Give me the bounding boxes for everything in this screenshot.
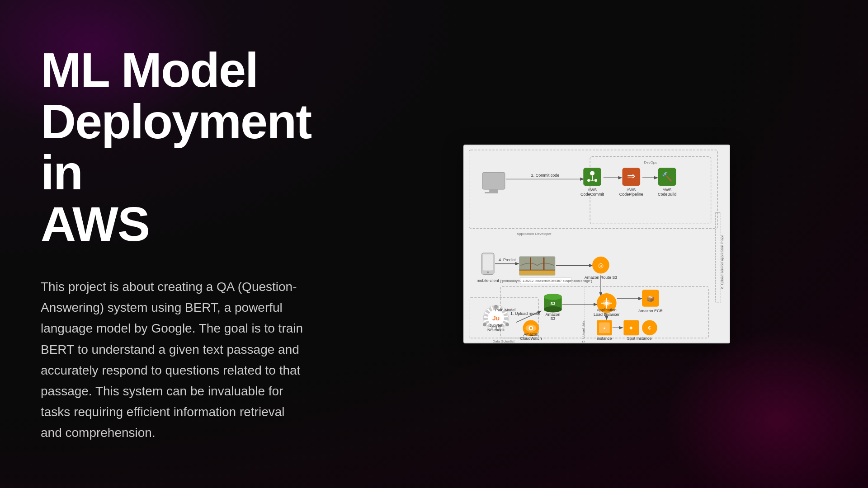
- svg-text:Ju: Ju: [492, 314, 500, 322]
- svg-point-36: [487, 271, 489, 273]
- svg-text:AWS: AWS: [663, 188, 672, 192]
- svg-text:📦: 📦: [646, 295, 655, 303]
- svg-text:S3: S3: [550, 316, 555, 321]
- svg-text:Jupyter: Jupyter: [489, 323, 502, 328]
- svg-point-60: [544, 294, 562, 300]
- title-line1: ML Model: [41, 42, 258, 97]
- slide-description: This project is about creating a QA (Que…: [41, 277, 307, 444]
- svg-text:CodeBuild: CodeBuild: [658, 192, 676, 197]
- svg-point-16: [587, 179, 590, 182]
- svg-text:5. Upload data: 5. Upload data: [581, 320, 585, 343]
- svg-text:¢: ¢: [648, 324, 651, 331]
- title-line2: Deployment in: [41, 94, 311, 200]
- svg-text:{"probability=0.115212, class=: {"probability=0.115212, class=n04366367 …: [500, 279, 593, 283]
- svg-point-95: [505, 323, 509, 326]
- title-block: ML Model Deployment in AWS: [41, 44, 307, 249]
- svg-text:Amazon ECR: Amazon ECR: [638, 309, 663, 313]
- svg-text:DevOps: DevOps: [644, 160, 657, 164]
- svg-line-19: [592, 180, 595, 180]
- svg-rect-9: [489, 189, 498, 192]
- svg-text:1. Upload model: 1. Upload model: [510, 311, 540, 316]
- svg-rect-44: [519, 257, 555, 270]
- svg-text:Amazon: Amazon: [546, 312, 561, 317]
- svg-text:Data Scientist: Data Scientist: [493, 339, 515, 343]
- svg-text:mobile client: mobile client: [476, 278, 499, 283]
- title-line3: AWS: [41, 197, 149, 251]
- svg-rect-10: [485, 192, 498, 193]
- svg-rect-35: [483, 254, 493, 271]
- svg-line-18: [590, 180, 592, 180]
- svg-text:◎: ◎: [598, 262, 604, 269]
- svg-text:4. Predict: 4. Predict: [499, 258, 516, 262]
- svg-text:✦: ✦: [628, 324, 634, 332]
- svg-text:CloudWatch: CloudWatch: [520, 336, 542, 341]
- svg-text:instance: instance: [597, 336, 612, 341]
- svg-text:S3: S3: [550, 301, 555, 306]
- svg-point-14: [590, 171, 594, 175]
- svg-text:Application Developer: Application Developer: [517, 232, 552, 236]
- svg-point-94: [483, 323, 486, 326]
- svg-text:AWS: AWS: [588, 188, 597, 192]
- svg-text:⇒: ⇒: [627, 170, 635, 182]
- svg-text:2. Commit code: 2. Commit code: [531, 173, 559, 178]
- svg-text:Spot Instance: Spot Instance: [627, 336, 652, 341]
- svg-text:Application: Application: [597, 308, 617, 312]
- svg-point-17: [594, 179, 597, 182]
- svg-text:🔨: 🔨: [661, 171, 673, 182]
- svg-text:▪: ▪: [604, 325, 605, 331]
- slide-container: ML Model Deployment in AWS This project …: [0, 0, 868, 488]
- left-panel: ML Model Deployment in AWS This project …: [0, 0, 344, 488]
- svg-text:CodeCommit: CodeCommit: [580, 192, 604, 197]
- architecture-diagram: DevOps Application Developer 2. Commit c…: [463, 145, 730, 343]
- svg-point-59: [544, 306, 562, 313]
- slide-title: ML Model Deployment in AWS: [41, 44, 307, 249]
- right-panel: DevOps Application Developer 2. Commit c…: [344, 0, 868, 488]
- svg-text:Notebook: Notebook: [487, 328, 505, 332]
- svg-text:AWS: AWS: [627, 188, 636, 192]
- svg-text:⚖: ⚖: [604, 301, 609, 306]
- svg-rect-8: [482, 172, 505, 189]
- svg-text:CodePipeline: CodePipeline: [619, 192, 643, 197]
- svg-point-104: [530, 327, 532, 329]
